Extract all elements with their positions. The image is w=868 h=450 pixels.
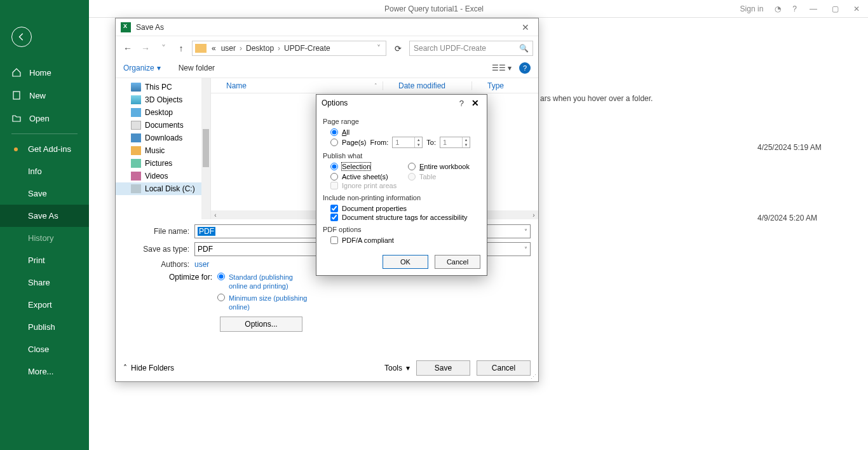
- sidebar-item-home[interactable]: Home: [0, 61, 89, 84]
- sidebar-item-info[interactable]: Info: [0, 160, 89, 182]
- scroll-left-icon[interactable]: ‹: [211, 212, 220, 219]
- column-type[interactable]: Type: [471, 81, 522, 90]
- resize-grip[interactable]: ⋰: [531, 374, 537, 380]
- check-document-properties[interactable]: Document properties: [323, 204, 480, 213]
- checkbox-input[interactable]: [330, 205, 338, 212]
- sidebar-item-save[interactable]: Save: [0, 182, 89, 205]
- to-spinner[interactable]: 1▲▼: [440, 137, 470, 148]
- dialog-close-button[interactable]: ✕: [518, 22, 533, 32]
- check-document-structure[interactable]: Document structure tags for accessibilit…: [323, 213, 480, 222]
- back-button[interactable]: [11, 27, 32, 47]
- tree-item-downloads[interactable]: Downloads: [116, 132, 210, 144]
- view-mode-button[interactable]: ☰☰ ▾: [492, 64, 512, 72]
- tree-item-this-pc[interactable]: This PC: [116, 81, 210, 93]
- radio-all[interactable]: All: [323, 128, 480, 137]
- spin-up-icon[interactable]: ▲: [415, 137, 422, 142]
- sidebar-item-open[interactable]: Open: [0, 107, 89, 130]
- breadcrumb-prefix[interactable]: «: [209, 44, 219, 53]
- column-date[interactable]: Date modified: [383, 81, 471, 90]
- new-folder-button[interactable]: New folder: [179, 64, 215, 72]
- breadcrumb-desktop[interactable]: Desktop: [243, 44, 276, 53]
- sidebar-item-share[interactable]: Share: [0, 271, 89, 294]
- optimize-standard-radio[interactable]: Standard (publishing online and printing…: [217, 273, 311, 291]
- ok-button[interactable]: OK: [383, 255, 428, 269]
- nav-back-button[interactable]: ←: [121, 43, 135, 53]
- tree-item-desktop[interactable]: Desktop: [116, 106, 210, 119]
- organize-button[interactable]: Organize ▾: [123, 64, 161, 72]
- chevron-down-icon[interactable]: ˅: [524, 228, 527, 235]
- new-icon: [11, 90, 22, 100]
- help-icon[interactable]: ?: [792, 4, 797, 13]
- sidebar-item-publish[interactable]: Publish: [0, 316, 89, 338]
- bg-date-2: 4/9/2024 5:20 AM: [757, 214, 817, 222]
- scroll-right-icon[interactable]: ›: [529, 212, 538, 219]
- column-name[interactable]: Name˄: [211, 81, 383, 90]
- tree-item-videos[interactable]: Videos: [116, 170, 210, 182]
- tree-item-local-disk[interactable]: Local Disk (C:)˅: [116, 182, 210, 195]
- tree-item-documents[interactable]: Documents: [116, 119, 210, 132]
- tree-item-pictures[interactable]: Pictures: [116, 157, 210, 170]
- sidebar-item-more[interactable]: More...: [0, 360, 89, 383]
- sidebar-item-export[interactable]: Export: [0, 294, 89, 316]
- radio-input[interactable]: [408, 163, 416, 170]
- optimize-minimum-radio[interactable]: Minimum size (publishing online): [217, 294, 311, 312]
- radio-input[interactable]: [330, 139, 338, 146]
- sidebar-item-get-addins[interactable]: Get Add-ins: [0, 138, 89, 160]
- pc-icon: [131, 83, 141, 92]
- search-input[interactable]: Search UPDF-Create 🔍: [409, 41, 533, 56]
- dialog-titlebar[interactable]: Save As ✕: [116, 18, 538, 36]
- radio-selection[interactable]: Selection: [330, 162, 403, 171]
- maximize-button[interactable]: ▢: [830, 4, 840, 13]
- minimize-button[interactable]: —: [808, 4, 818, 13]
- hide-folders-button[interactable]: ˄Hide Folders: [123, 364, 174, 372]
- radio-input[interactable]: [330, 128, 338, 136]
- radio-entire-workbook[interactable]: Entire workbook: [408, 162, 480, 171]
- options-close-button[interactable]: ✕: [469, 98, 482, 108]
- radio-pages[interactable]: Page(s): [330, 138, 367, 147]
- breadcrumb-bar[interactable]: « user › Desktop › UPDF-Create ˅: [192, 41, 386, 56]
- chevron-down-icon[interactable]: ˅: [524, 246, 527, 253]
- spin-down-icon[interactable]: ▼: [463, 142, 470, 147]
- nav-up-button[interactable]: ↑: [174, 43, 188, 53]
- spin-down-icon[interactable]: ▼: [415, 142, 422, 147]
- options-help-button[interactable]: ?: [454, 99, 469, 108]
- checkbox-input[interactable]: [330, 214, 338, 221]
- profile-icon[interactable]: ◔: [775, 4, 781, 13]
- radio-input[interactable]: [330, 173, 338, 181]
- close-window-button[interactable]: ✕: [851, 4, 862, 13]
- sidebar-item-save-as[interactable]: Save As: [0, 205, 89, 227]
- sidebar-item-new[interactable]: New: [0, 84, 89, 107]
- spin-up-icon[interactable]: ▲: [463, 137, 470, 142]
- help-button[interactable]: ?: [519, 62, 531, 74]
- authors-value[interactable]: user: [194, 260, 209, 269]
- radio-input[interactable]: [217, 294, 225, 301]
- tree-scrollbar[interactable]: [201, 78, 210, 219]
- sign-in-link[interactable]: Sign in: [740, 4, 764, 13]
- tree-item-3d-objects[interactable]: 3D Objects: [116, 93, 210, 106]
- breadcrumb-user[interactable]: user: [219, 44, 238, 53]
- options-cancel-button[interactable]: Cancel: [435, 255, 480, 269]
- sidebar-item-close[interactable]: Close: [0, 338, 89, 360]
- cancel-button[interactable]: Cancel: [477, 360, 531, 376]
- nav-recent-button[interactable]: ˅: [156, 43, 170, 53]
- scrollbar-thumb[interactable]: [203, 129, 209, 167]
- radio-input[interactable]: [330, 163, 338, 170]
- refresh-button[interactable]: ⟳: [390, 44, 405, 53]
- checkbox-input[interactable]: [330, 236, 338, 244]
- options-titlebar[interactable]: Options ? ✕: [316, 95, 487, 111]
- radio-input[interactable]: [217, 273, 225, 280]
- tools-dropdown[interactable]: Tools▾: [384, 364, 410, 372]
- tree-item-music[interactable]: Music: [116, 144, 210, 157]
- sidebar-item-print[interactable]: Print: [0, 249, 89, 271]
- check-pdfa-compliant[interactable]: PDF/A compliant: [323, 236, 480, 245]
- sidebar-label: History: [28, 233, 53, 243]
- breadcrumb-updf[interactable]: UPDF-Create: [281, 44, 333, 53]
- from-spinner[interactable]: 1▲▼: [392, 137, 423, 148]
- nav-forward-button[interactable]: →: [139, 43, 153, 53]
- sidebar-item-history[interactable]: History: [0, 227, 89, 249]
- options-button[interactable]: Options...: [220, 317, 302, 332]
- save-button[interactable]: Save: [416, 360, 470, 376]
- radio-active-sheets[interactable]: Active sheet(s): [330, 172, 403, 181]
- breadcrumb-dropdown[interactable]: ˅: [374, 44, 383, 53]
- chevron-up-icon: ˄: [123, 364, 127, 372]
